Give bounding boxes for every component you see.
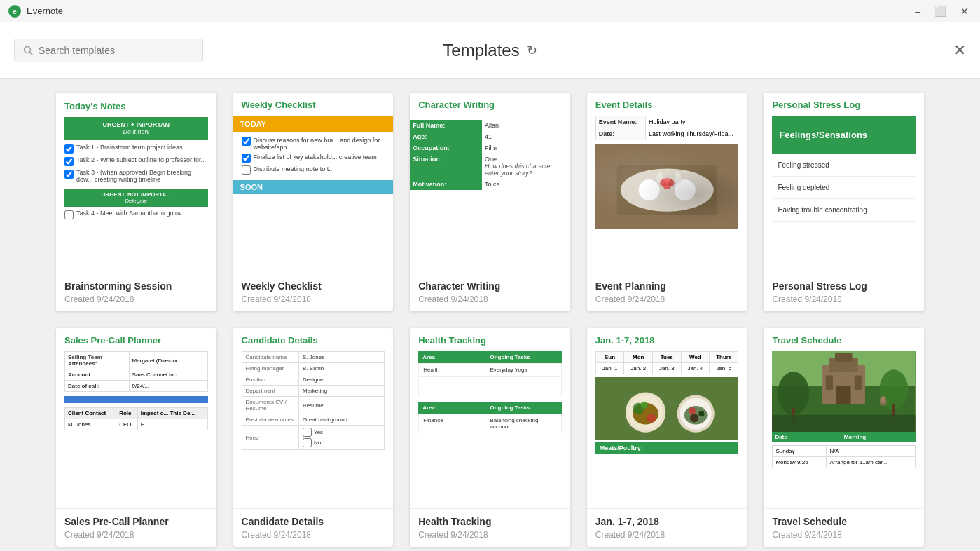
wc-task: Discuss reasons for new bra... and desig…	[242, 137, 385, 151]
preview-heading-calendar: Jan. 1-7, 2018	[595, 335, 739, 346]
preview-heading-stress: Personal Stress Log	[772, 100, 916, 110]
task-item: Task 4 - Meet with Samantha to go ov...	[64, 210, 208, 219]
card-brainstorming[interactable]: Today's Notes URGENT + IMPORTANDo it now…	[56, 93, 216, 311]
health-section-1: AreaOngoing Tasks HealthEveryday Yoga	[418, 351, 562, 397]
preview-heading-candidate: Candidate Details	[242, 335, 385, 346]
card-title: Weekly Checklist	[242, 280, 385, 292]
card-info-health: Health Tracking Created 9/24/2018	[410, 509, 570, 547]
card-health-tracking[interactable]: Health Tracking AreaOngoing Tasks Health…	[410, 328, 570, 547]
task-item: Task 2 - Write subject outline to profes…	[64, 156, 208, 166]
svg-point-20	[647, 414, 655, 422]
card-event-planning[interactable]: Event Details Event Name:Holiday party D…	[587, 93, 747, 311]
card-title: Health Tracking	[418, 516, 562, 527]
card-candidate-details[interactable]: Candidate Details Candidate nameS. Jones…	[233, 328, 394, 547]
travel-image	[772, 351, 916, 432]
preview-heading-health: Health Tracking	[418, 335, 562, 346]
search-input[interactable]	[39, 45, 194, 56]
stress-item: Feeling depleted	[772, 177, 916, 199]
wc-soon-bar: SOON	[233, 180, 394, 194]
app-name: Evernote	[27, 6, 63, 16]
card-date: Created 9/24/2018	[64, 530, 208, 540]
card-preview-event: Event Details Event Name:Holiday party D…	[587, 93, 747, 273]
card-info-character: Character Writing Created 9/24/2018	[410, 273, 570, 311]
card-title: Personal Stress Log	[772, 280, 916, 292]
card-info-travel: Travel Schedule Created 9/24/2018	[764, 509, 924, 547]
evernote-logo-icon: e	[8, 5, 21, 18]
candidate-table: Candidate nameS. Jones Hiring managerB. …	[242, 351, 385, 450]
urgent-bar: URGENT + IMPORTANDo it now	[64, 117, 208, 140]
card-title: Character Writing	[418, 280, 562, 292]
travel-table-header: DateMorning	[772, 432, 916, 442]
card-preview-character: Character Writing Full Name:Allan Age:41…	[410, 93, 570, 273]
card-personal-stress[interactable]: Personal Stress Log Feelings/Sensations …	[764, 93, 924, 311]
title-bar-left: e Evernote	[8, 5, 63, 18]
svg-rect-15	[595, 377, 739, 440]
card-info-sales: Sales Pre-Call Planner Created 9/24/2018	[56, 509, 216, 547]
urgent-bar-2: URGENT, NOT IMPORTA...Delegate	[64, 189, 208, 207]
event-table: Event Name:Holiday party Date:Last worki…	[595, 116, 739, 140]
maximize-button[interactable]: ⬜	[932, 4, 949, 18]
card-weekly-calendar[interactable]: Jan. 1-7, 2018 SunMonTuesWedThurs Jan. 1…	[587, 328, 747, 547]
page-title: Templates ↻	[443, 41, 537, 60]
card-preview-weekly-checklist: Weekly Checklist TODAY Discuss reasons f…	[233, 93, 394, 273]
card-preview-sales: Sales Pre-Call Planner Selling Team Atte…	[56, 328, 216, 509]
card-preview-stress: Personal Stress Log Feelings/Sensations …	[764, 93, 924, 273]
task-item: Task 1 - Brainstorm term project ideas	[64, 144, 208, 154]
minimize-button[interactable]: –	[912, 4, 923, 18]
title-bar: e Evernote – ⬜ ✕	[0, 0, 980, 22]
svg-text:e: e	[13, 8, 17, 15]
svg-point-26	[698, 411, 704, 416]
card-sales-pre-call[interactable]: Sales Pre-Call Planner Selling Team Atte…	[56, 328, 216, 547]
card-travel-schedule[interactable]: Travel Schedule	[764, 328, 924, 547]
card-title: Sales Pre-Call Planner	[64, 516, 208, 527]
card-character-writing[interactable]: Character Writing Full Name:Allan Age:41…	[410, 93, 570, 311]
close-window-button[interactable]: ✕	[958, 4, 972, 18]
card-weekly-checklist[interactable]: Weekly Checklist TODAY Discuss reasons f…	[233, 93, 394, 311]
svg-line-3	[30, 52, 33, 55]
meats-bar: Meats/Poultry:	[595, 442, 739, 454]
close-templates-button[interactable]: ✕	[953, 41, 966, 60]
task-item: Task 3 - (when approved) Begin breaking …	[64, 169, 208, 183]
card-date: Created 9/24/2018	[772, 294, 916, 304]
event-image	[595, 144, 739, 229]
svg-rect-35	[836, 386, 850, 404]
stress-item: Feeling stressed	[772, 154, 916, 177]
svg-point-27	[690, 414, 698, 422]
card-title: Candidate Details	[242, 516, 385, 527]
health-section-2: AreaOngoing Tasks FinanceBalancing check…	[418, 402, 562, 433]
card-title: Travel Schedule	[772, 516, 916, 527]
sales-blue-bar	[64, 396, 208, 403]
stress-item: Having trouble concentrating	[772, 199, 916, 222]
window-controls: – ⬜ ✕	[912, 4, 972, 18]
card-preview-brainstorming: Today's Notes URGENT + IMPORTANDo it now…	[56, 93, 216, 273]
card-info-candidate: Candidate Details Created 9/24/2018	[233, 509, 394, 547]
card-preview-candidate: Candidate Details Candidate nameS. Jones…	[233, 328, 394, 509]
card-info-brainstorming: Brainstorming Session Created 9/24/2018	[56, 273, 216, 311]
card-date: Created 9/24/2018	[595, 530, 739, 540]
wc-task: Finalize list of key stakehold... creati…	[242, 154, 385, 163]
preview-heading-travel: Travel Schedule	[772, 335, 916, 346]
svg-rect-42	[772, 415, 916, 432]
preview-heading-weekly: Weekly Checklist	[242, 100, 385, 110]
svg-point-21	[640, 402, 647, 409]
stress-green-bar: Feelings/Sensations	[772, 116, 916, 154]
card-info-weekly: Weekly Checklist Created 9/24/2018	[233, 273, 394, 311]
card-title: Event Planning	[595, 280, 739, 292]
card-date: Created 9/24/2018	[772, 530, 916, 540]
hired-options: Yes No	[303, 428, 380, 447]
calendar-table: SunMonTuesWedThurs Jan. 1Jan. 2Jan. 3Jan…	[595, 351, 739, 374]
svg-rect-32	[835, 353, 853, 362]
preview-heading-character: Character Writing	[418, 100, 562, 110]
wc-today-bar: TODAY	[233, 116, 394, 132]
search-box[interactable]	[14, 39, 203, 62]
card-info-stress: Personal Stress Log Created 9/24/2018	[764, 273, 924, 311]
card-date: Created 9/24/2018	[64, 294, 208, 304]
search-icon	[23, 46, 33, 55]
refresh-icon[interactable]: ↻	[527, 43, 537, 58]
svg-point-25	[689, 407, 696, 414]
card-info-calendar: Jan. 1-7, 2018 Created 9/24/2018	[587, 509, 747, 547]
travel-table: SundayN/A Monday 9/25Arrange for 11am ca…	[772, 445, 916, 468]
card-preview-health: Health Tracking AreaOngoing Tasks Health…	[410, 328, 570, 509]
svg-rect-33	[826, 375, 833, 389]
sales-client-table: Client ContactRoleImpact o... This De...…	[64, 407, 208, 430]
